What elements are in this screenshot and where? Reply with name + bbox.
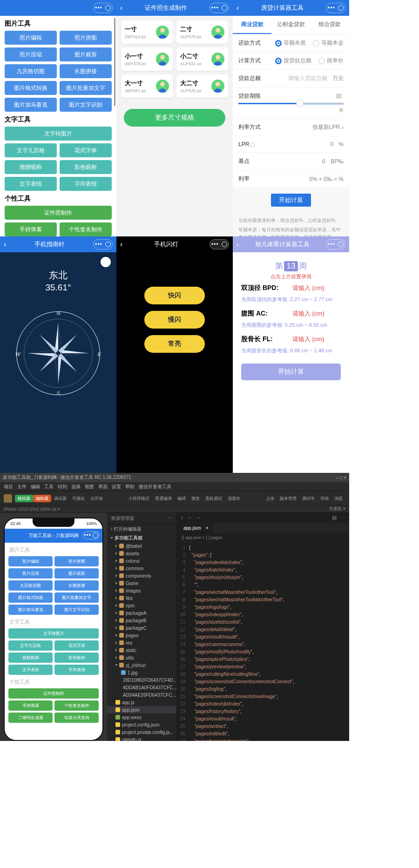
size-card[interactable]: 大二寸413*625 px: [176, 74, 228, 98]
size-card[interactable]: 小一寸260*378 px: [121, 47, 173, 71]
tree-node[interactable]: components: [107, 572, 176, 579]
tool-button[interactable]: 彩色昵称: [60, 160, 112, 174]
toolbar-button[interactable]: 测试号: [299, 495, 318, 502]
scrollbar[interactable]: [114, 18, 115, 106]
phone-simulator[interactable]: 22:45100% 万能工具箱 - 刀客源码网 ••• 图片工具照片编辑照片拼图…: [4, 518, 103, 741]
toolbar-button[interactable]: 真机调试: [203, 495, 225, 502]
flash-mode-button[interactable]: 慢闪: [144, 311, 205, 329]
tree-node[interactable]: 1.jpg: [107, 669, 176, 676]
toolbar-button[interactable]: 预览: [189, 495, 203, 502]
tree-node[interactable]: common: [107, 565, 176, 572]
capsule-menu[interactable]: •••: [93, 3, 113, 13]
measure-input[interactable]: 请输入 (cm): [292, 310, 324, 318]
tool-button[interactable]: 证件照制作: [5, 206, 112, 220]
size-card[interactable]: 大一寸390*567 px: [121, 74, 173, 98]
toolbar-button[interactable]: 调试器: [51, 495, 69, 502]
menu-item[interactable]: 工具: [44, 484, 54, 490]
total-input[interactable]: 请输入贷款总额: [288, 74, 327, 82]
toolbar-button[interactable]: 模拟器: [15, 495, 33, 502]
tool-button[interactable]: 图片批量加文字: [60, 81, 112, 95]
window-button[interactable]: □: [339, 475, 344, 480]
calculate-button[interactable]: 开始计算: [271, 194, 311, 207]
back-icon[interactable]: ‹: [120, 240, 122, 249]
capsule-menu[interactable]: •••: [326, 239, 345, 249]
flash-mode-button[interactable]: 快闪: [144, 287, 205, 304]
tree-node[interactable]: project.config.json: [107, 721, 176, 728]
layout-icon[interactable]: ▤: [332, 515, 337, 521]
size-card[interactable]: 一寸295*413 px: [121, 20, 173, 44]
capsule-menu[interactable]: •••: [210, 239, 229, 249]
tree-node[interactable]: libs: [107, 594, 176, 602]
tool-button[interactable]: 九宫格切图: [5, 64, 57, 78]
radio-off[interactable]: [313, 40, 319, 47]
tree-node[interactable]: 28D10862FD6437CF4D...: [107, 676, 176, 684]
device-selector[interactable]: iPhone 12/13 (Pro) 100% 16 ▾: [4, 507, 60, 511]
radio-off[interactable]: [318, 58, 325, 64]
back-icon[interactable]: ‹: [4, 240, 6, 249]
loan-tab[interactable]: 组合贷款: [311, 16, 349, 34]
hot-reload-toggle[interactable]: 热重载 ▾: [329, 506, 345, 512]
tree-node[interactable]: static: [107, 646, 176, 654]
loan-tab[interactable]: 公积金贷款: [271, 16, 310, 34]
calculate-button[interactable]: 开始计算: [241, 363, 341, 380]
tool-button[interactable]: 长图拼接: [60, 64, 112, 78]
more-icon[interactable]: ⋯: [168, 515, 173, 522]
menu-item[interactable]: 编辑: [31, 484, 40, 490]
tree-node[interactable]: utils: [107, 654, 176, 661]
capsule-menu[interactable]: •••: [326, 3, 345, 13]
tree-node[interactable]: AD54AE26FD6437CFC...: [107, 691, 176, 699]
tool-button[interactable]: 文字转图片: [5, 127, 112, 141]
back-icon[interactable]: ‹: [120, 4, 122, 12]
tree-node[interactable]: app.json: [107, 706, 176, 713]
tree-node[interactable]: Game: [107, 579, 176, 587]
tool-button[interactable]: 字符表情: [60, 177, 112, 191]
tree-node[interactable]: colorui: [107, 557, 176, 565]
tool-button[interactable]: 手持弹幕: [5, 222, 57, 236]
close-tab-icon[interactable]: ×: [206, 525, 209, 531]
tree-node[interactable]: yj_yishuzi: [107, 661, 176, 669]
measure-input[interactable]: 请输入 (cm): [292, 335, 324, 343]
bulb-icon[interactable]: [101, 257, 111, 267]
menu-item[interactable]: 项目: [4, 484, 13, 490]
window-button[interactable]: ×: [344, 475, 346, 480]
toolbar-button[interactable]: 版本管理: [277, 495, 299, 502]
capsule-menu[interactable]: •••: [210, 3, 229, 13]
tree-node[interactable]: images: [107, 587, 176, 594]
radio-on[interactable]: [275, 58, 282, 64]
menu-item[interactable]: 选择: [71, 484, 81, 490]
tool-button[interactable]: 文字表情: [5, 177, 57, 191]
measure-input[interactable]: 请输入 (cm): [292, 284, 324, 292]
nav-back-icon[interactable]: ←: [187, 515, 192, 521]
tool-button[interactable]: 照片压缩: [5, 47, 57, 61]
tree-node[interactable]: project.private.config.js...: [107, 728, 176, 736]
tool-button[interactable]: 照片拼图: [60, 31, 112, 45]
toolbar-button[interactable]: 可视化: [69, 495, 88, 502]
more-icon[interactable]: ⋯: [340, 515, 345, 521]
capsule-menu[interactable]: •••: [93, 239, 113, 249]
tool-button[interactable]: 翅膀昵称: [5, 160, 57, 174]
size-card[interactable]: 二寸413*579 px: [176, 20, 228, 44]
split-icon[interactable]: ⫞: [181, 515, 183, 521]
tree-node[interactable]: pages: [107, 632, 176, 639]
toolbar-button[interactable]: 普通编译: [152, 495, 175, 502]
menu-item[interactable]: 转到: [58, 484, 67, 490]
tool-button[interactable]: 图片文字识别: [60, 98, 112, 112]
tree-node[interactable]: packageA: [107, 609, 176, 617]
size-card[interactable]: 小二寸413*531 px: [176, 47, 228, 71]
toolbar-button[interactable]: 详情: [318, 495, 331, 502]
tree-node[interactable]: npm: [107, 602, 176, 609]
menu-item[interactable]: 文件: [17, 484, 27, 490]
toolbar-button[interactable]: 编辑器: [33, 495, 51, 502]
info-icon[interactable]: [250, 142, 255, 147]
menu-item[interactable]: 微信开发者工具: [139, 484, 171, 490]
tree-node[interactable]: packageC: [107, 624, 176, 632]
back-icon[interactable]: ‹: [237, 240, 239, 249]
menu-item[interactable]: 帮助: [125, 484, 135, 490]
toolbar-button[interactable]: 小程序模式: [126, 495, 152, 502]
toolbar-button[interactable]: 消息: [331, 495, 345, 502]
toolbar-button[interactable]: 上传: [263, 495, 277, 502]
tree-node[interactable]: app.wxss: [107, 713, 176, 721]
capsule-menu[interactable]: •••: [83, 531, 100, 539]
back-icon[interactable]: ‹: [237, 4, 239, 12]
radio-on[interactable]: [275, 40, 282, 47]
